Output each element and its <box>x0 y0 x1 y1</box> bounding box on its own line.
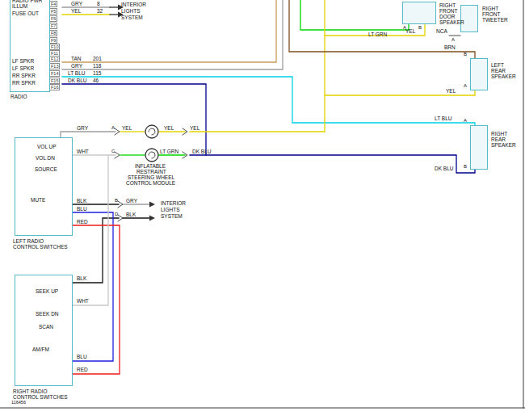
clockspring-coil-icon <box>145 149 158 162</box>
clockspring-module-title-3: STEERING WHEEL <box>128 174 174 180</box>
wire-color-label-yel: YEL <box>71 8 81 14</box>
wire-rr-spkr-dk-blu-radio <box>62 84 206 155</box>
radio-terminal-fuse-out: FUSE OUT <box>12 10 39 16</box>
circuit-number-115: 115 <box>93 70 101 76</box>
wire-color-label-blk-out: BLK <box>126 212 136 217</box>
pin-letter-conn-b: B <box>115 198 118 204</box>
wire-blu-bus <box>73 212 113 361</box>
radio-pin-f10: F10 <box>50 44 60 50</box>
radio-pin-f8: F8 <box>50 30 57 36</box>
switch-label-seek-dn: SEEK DN <box>36 311 59 317</box>
radio-pin-f16: F16 <box>50 84 60 90</box>
switch-label-scan: SCAN <box>39 324 53 330</box>
left-rear-speaker-title-3: SPEAKER <box>491 74 516 79</box>
circuit-number-201: 201 <box>93 56 102 61</box>
tweeter-title-1: RIGHT <box>482 6 498 11</box>
radio-terminal-rr-spkr-neg: RR SPKR <box>12 80 36 86</box>
diagram-id: 116456 <box>11 400 26 405</box>
switch-label-mute: MUTE <box>31 197 45 203</box>
radio-box-title: RADIO <box>10 94 27 99</box>
radio-pin-f6: F6 <box>50 15 57 22</box>
circuit-number-118: 118 <box>93 63 101 69</box>
radio-terminal-rr-spkr-pos: RR SPKR <box>12 73 36 78</box>
left-switches-title-1: LEFT RADIO <box>13 238 44 244</box>
wire-swc-gry <box>61 132 116 137</box>
door-speaker-title-1: RIGHT <box>439 2 456 8</box>
system-ref-interior-lights-top-2: LIGHTS <box>121 8 140 14</box>
left-rear-speaker-title-2: REAR <box>491 68 506 74</box>
wire-label-nca: NCA <box>436 28 447 34</box>
wire-color-label-lt-grn-door: LT GRN <box>368 32 387 37</box>
pin-letter-door-b: B <box>418 25 422 31</box>
radio-pin-f14: F14 <box>50 70 60 77</box>
circuit-number-32: 32 <box>97 8 103 14</box>
radio-terminal-lf-spkr-neg: LF SPKR <box>12 65 34 71</box>
right-rear-speaker-box <box>470 125 488 170</box>
tweeter-title-2: FRONT <box>482 11 500 17</box>
wire-color-label-wht-right: WHT <box>77 298 89 304</box>
arrow-icon <box>149 216 155 221</box>
radio-pin-f4: F4 <box>50 1 57 7</box>
right-front-tweeter-box <box>460 5 478 32</box>
right-rear-speaker-title-3: SPEAKER <box>491 142 516 148</box>
door-speaker-title-3: DOOR <box>439 14 456 19</box>
pin-letter-left-rear-a: A <box>464 83 467 89</box>
pin-letter-clockspring-c: C <box>111 149 115 154</box>
door-speaker-title-2: FRONT <box>439 8 457 14</box>
left-rear-speaker-box <box>470 58 488 90</box>
left-rear-speaker-title-1: LEFT <box>491 62 504 68</box>
wire-color-label-yel-cs2: YEL <box>164 125 174 131</box>
radio-pin-f15: F15 <box>50 78 60 84</box>
wire-color-label-gry-swc: GRY <box>77 125 88 131</box>
pin-letter-right-rear-b: B <box>464 164 467 170</box>
wire-color-label-gry-out: GRY <box>126 198 137 204</box>
wire-color-label-yel-cs3: YEL <box>190 125 200 131</box>
radio-terminal-illum: ILLUM <box>12 3 27 9</box>
pin-letter-tweeter-a: A <box>452 37 455 43</box>
wire-color-label-blu-right: BLU <box>77 354 87 359</box>
clockspring-coil-icon <box>145 125 158 138</box>
tweeter-title-3: TWEETER <box>482 17 508 23</box>
wire-color-label-tan: TAN <box>71 56 82 61</box>
system-ref-interior-lights-mid-2: LIGHTS <box>161 207 179 212</box>
wire-rr-spkr-dk-blu <box>190 155 475 173</box>
switch-label-seek-up: SEEK UP <box>36 288 58 294</box>
wire-color-label-blk-right: BLK <box>77 275 86 281</box>
right-front-door-speaker-box <box>402 2 436 24</box>
arrow-icon <box>149 202 155 208</box>
wire-color-label-gry: GRY <box>71 1 82 6</box>
wire-color-label-red-left: RED <box>77 219 88 225</box>
clockspring-module-title-2: RESTRAINT <box>136 169 166 174</box>
pin-letter-conn-d: D <box>115 212 118 217</box>
wire-lf-spkr-tan <box>62 0 276 62</box>
system-ref-interior-lights-top-1: INTERIOR <box>121 2 146 7</box>
circuit-number-46: 46 <box>93 78 99 83</box>
switch-label-am-fm: AM/FM <box>32 346 49 352</box>
wire-color-label-lt-blu-right-rear: LT BLU <box>435 116 452 121</box>
wire-color-label-yel-door: YEL <box>405 28 415 34</box>
system-ref-interior-lights-mid-1: INTERIOR <box>161 200 186 206</box>
wire-color-label-yel-cs1: YEL <box>122 125 132 131</box>
radio-pin-f5: F5 <box>50 8 57 15</box>
switch-label-vol-dn: VOL DN <box>36 155 55 161</box>
pin-letter-left-rear-b: B <box>464 52 467 57</box>
radio-pin-f7: F7 <box>50 23 57 29</box>
right-rear-speaker-title-2: REAR <box>491 136 506 142</box>
radio-pin-f9: F9 <box>50 37 57 44</box>
right-switches-title-2: CONTROL SWITCHES <box>13 394 68 400</box>
door-speaker-title-4: SPEAKER <box>439 19 464 25</box>
wire-color-label-blu-left: BLU <box>77 206 87 212</box>
right-rear-speaker-title-1: RIGHT <box>491 131 507 136</box>
system-ref-interior-lights-top-3: SYSTEM <box>121 15 143 20</box>
wire-color-label-dk-blu-right-rear: DK BLU <box>435 166 453 171</box>
radio-terminal-lf-spkr-pos: LF SPKR <box>12 58 34 64</box>
wire-color-label-blk-left: BLK <box>77 198 86 204</box>
switch-label-vol-up: VOL UP <box>37 144 57 149</box>
wire-color-label-gry-118: GRY <box>71 63 82 69</box>
clockspring-module-title-1: INFLATABLE <box>135 163 166 169</box>
wire-color-label-wht-swc: WHT <box>77 149 89 154</box>
system-ref-interior-lights-mid-3: SYSTEM <box>161 213 183 219</box>
wire-right-pod-blk-bus <box>73 218 119 283</box>
circuit-number-8: 8 <box>97 1 100 6</box>
pin-letter-right-rear-a: A <box>464 118 467 124</box>
